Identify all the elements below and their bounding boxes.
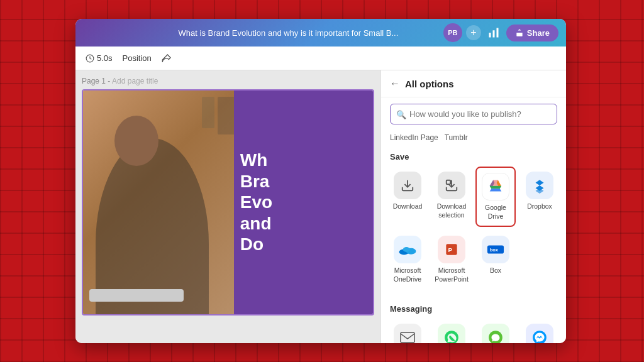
messaging-icon-grid: Email WhatsApp: [381, 319, 566, 343]
dropbox-label: Dropbox: [527, 202, 552, 211]
panel-title: All options: [405, 79, 454, 89]
email-icon: [394, 324, 421, 343]
google-drive-option[interactable]: Google Drive: [475, 167, 516, 227]
right-panel: ← All options 🔍 LinkedIn Page Tumblr Sav…: [380, 70, 566, 343]
slide-image: [83, 90, 243, 314]
content-area: Page 1 - Add page title: [75, 70, 566, 343]
powerpoint-option[interactable]: P Microsoft PowerPoint: [431, 231, 472, 288]
save-icon-grid: Download Download selection: [381, 167, 566, 295]
box-icon: box: [482, 236, 509, 263]
canvas-area: Page 1 - Add page title: [75, 70, 380, 343]
slide-overlay-text: WhBraEvoandDo: [240, 150, 272, 255]
whatsapp-option[interactable]: WhatsApp: [431, 319, 472, 343]
svg-rect-2: [496, 28, 498, 38]
download-selection-option[interactable]: Download selection: [431, 167, 472, 227]
time-value: 5.0s: [97, 53, 113, 63]
person-background: [83, 90, 243, 314]
search-input[interactable]: [390, 104, 557, 124]
svg-rect-4: [447, 180, 450, 184]
toolbar: 5.0s Position: [75, 47, 566, 70]
download-selection-icon: [438, 172, 465, 199]
box-option[interactable]: box Box: [475, 231, 516, 288]
email-option[interactable]: Email: [387, 319, 428, 343]
user-avatar[interactable]: PB: [443, 23, 462, 42]
download-label: Download: [393, 202, 423, 211]
page-label: Page 1 - Add page title: [82, 77, 374, 85]
back-arrow-icon[interactable]: ←: [390, 78, 400, 89]
whatsapp-icon: [438, 324, 465, 343]
download-icon: [394, 172, 421, 199]
svg-rect-0: [489, 33, 491, 38]
google-drive-icon: [482, 173, 509, 200]
imessage-option[interactable]: iMessage: [475, 319, 516, 343]
quick-links: LinkedIn Page Tumblr: [381, 131, 566, 148]
panel-header: ← All options: [381, 70, 566, 97]
dropbox-option[interactable]: Dropbox: [519, 167, 560, 227]
powerpoint-icon: P: [438, 236, 465, 263]
imessage-icon: [482, 324, 509, 343]
save-section-title: Save: [381, 148, 566, 167]
messenger-option[interactable]: Facebook Messenger: [519, 319, 560, 343]
download-selection-label: Download selection: [434, 202, 469, 219]
paint-tool[interactable]: [162, 53, 172, 63]
messaging-section-title: Messaging: [381, 300, 566, 319]
top-bar: What is Brand Evolution and why is it im…: [75, 19, 566, 47]
top-bar-actions: PB + Share: [443, 23, 558, 42]
svg-rect-12: [401, 332, 414, 343]
google-drive-label: Google Drive: [479, 204, 512, 221]
dropbox-icon: [526, 172, 553, 199]
svg-text:box: box: [490, 247, 499, 253]
box-label: Box: [490, 266, 501, 275]
search-box: 🔍: [390, 104, 557, 124]
position-control[interactable]: Position: [123, 53, 152, 63]
analytics-icon[interactable]: [485, 24, 502, 41]
svg-text:P: P: [448, 247, 453, 254]
messenger-icon: [526, 324, 553, 343]
slide-container[interactable]: WhBraEvoandDo: [82, 89, 374, 315]
svg-point-7: [403, 247, 410, 252]
download-option[interactable]: Download: [387, 167, 428, 227]
powerpoint-label: Microsoft PowerPoint: [434, 266, 469, 283]
quick-link-linkedin[interactable]: LinkedIn Page: [390, 133, 438, 142]
document-title: What is Brand Evolution and why is it im…: [133, 28, 443, 38]
onedrive-option[interactable]: Microsoft OneDrive: [387, 231, 428, 288]
position-label: Position: [123, 53, 152, 63]
share-button[interactable]: Share: [506, 25, 558, 41]
time-control[interactable]: 5.0s: [86, 53, 113, 63]
main-window: What is Brand Evolution and why is it im…: [75, 19, 566, 343]
plus-button[interactable]: +: [466, 25, 481, 40]
onedrive-icon: [394, 236, 421, 263]
onedrive-label: Microsoft OneDrive: [390, 266, 425, 283]
search-icon: 🔍: [396, 109, 406, 119]
quick-link-tumblr[interactable]: Tumblr: [445, 133, 468, 142]
svg-rect-1: [492, 30, 494, 37]
slide-purple-section: WhBraEvoandDo: [234, 90, 373, 314]
